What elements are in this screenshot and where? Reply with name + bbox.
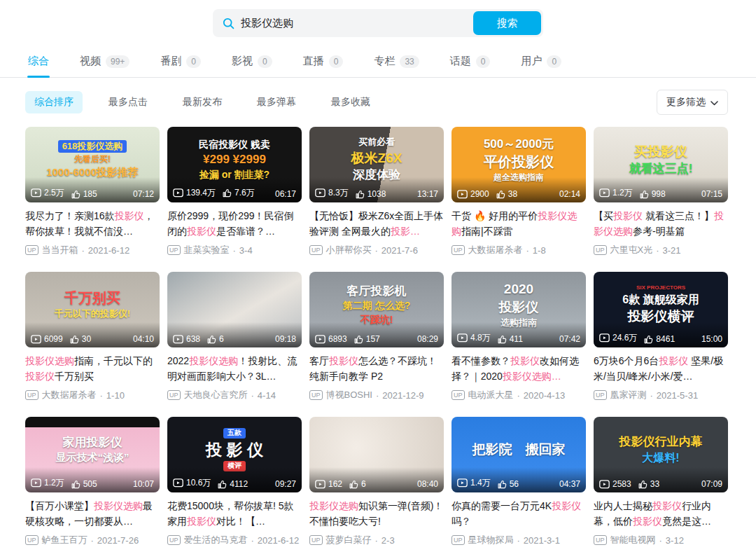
tab-综合[interactable]: 综合 xyxy=(28,46,49,77)
uploader-name: 星球物探局 xyxy=(468,534,514,546)
video-thumbnail[interactable]: 500～2000元平价投影仪超全选购指南 2900 xyxy=(451,127,586,202)
video-title[interactable]: 客厅投影仪怎么选？不踩坑！纯新手向教学 P2 xyxy=(309,353,444,384)
video-title[interactable]: 【买投影仪 就看这三点！】投影仪选购参考-明基篇 xyxy=(594,208,728,239)
tab-专栏[interactable]: 专栏33 xyxy=(374,46,419,77)
video-thumbnail[interactable]: 民宿投影仪 贱卖¥299 ¥2999捡漏 or 割韭菜? 139.4万 xyxy=(167,127,302,202)
view-count: 10.6万 xyxy=(173,477,211,489)
video-card: 民宿投影仪 贱卖¥299 ¥2999捡漏 or 割韭菜? 139.4万 xyxy=(167,127,302,256)
date-separator: · xyxy=(82,245,85,256)
uploader-line[interactable]: UP 大数据屠杀者 · 1-10 xyxy=(25,389,160,401)
more-filters-button[interactable]: 更多筛选 xyxy=(657,90,728,115)
uploader-line[interactable]: UP 鲈鱼王百万 · 2021-7-26 xyxy=(25,534,160,546)
date-separator: · xyxy=(650,390,653,401)
video-card: 千万别买千元以下的投影仪! 6099 xyxy=(25,272,160,401)
tab-视频[interactable]: 视频99+ xyxy=(80,46,130,77)
tab-用户[interactable]: 用户0 xyxy=(521,46,561,77)
video-thumbnail[interactable]: 买投影仪就看这三点! 1.2万 xyxy=(594,127,728,202)
view-count: 6893 xyxy=(315,334,347,344)
uploader-line[interactable]: UP 天地良心言究所 · 4-14 xyxy=(167,389,302,401)
uploader-line[interactable]: UP 小胖帮你买 · 2021-7-6 xyxy=(309,244,444,256)
video-title[interactable]: 投影仪选购知识第一弹(音频)！不懂怕要吃大亏! xyxy=(309,498,444,529)
uploader-line[interactable]: UP 菠萝白菜仔 · 2-3 xyxy=(309,534,444,546)
like-count: 505 xyxy=(71,479,97,489)
video-title[interactable]: 【无恰饭】极米Z6x全面上手体验评测 全网最火的投影… xyxy=(309,208,444,239)
filter-最多点击[interactable]: 最多点击 xyxy=(99,91,157,113)
video-title[interactable]: 2022投影仪选购！投射比、流明对画面影响大小？3L… xyxy=(167,353,302,384)
view-count: 6099 xyxy=(31,334,63,344)
uploader-name: 韭菜实验室 xyxy=(184,244,230,256)
video-thumbnail[interactable]: 千万别买千元以下的投影仪! 6099 xyxy=(25,272,160,347)
uploader-line[interactable]: UP 韭菜实验室 · 3-4 xyxy=(167,244,302,256)
thumbnail-stats: 6099 30 04:10 xyxy=(25,322,160,347)
video-thumbnail[interactable]: 把影院 搬回家 1.4万 xyxy=(451,417,586,492)
like-count: 6 xyxy=(207,334,224,344)
uploader-line[interactable]: UP 凰家评测 · 2021-5-31 xyxy=(594,389,728,401)
thumbs-up-icon xyxy=(349,480,358,489)
play-icon xyxy=(599,333,610,343)
filter-综合排序[interactable]: 综合排序 xyxy=(25,91,83,113)
date-separator: · xyxy=(251,390,254,401)
uploader-line[interactable]: UP 博视BOSHI · 2021-12-9 xyxy=(309,389,444,401)
search-button[interactable]: 搜索 xyxy=(473,11,541,35)
video-thumbnail[interactable]: 五款投 影 仪横评 10.6万 xyxy=(167,417,302,492)
video-thumbnail[interactable]: 2020投影仪选购指南 4.8万 xyxy=(451,272,586,347)
filter-最多收藏[interactable]: 最多收藏 xyxy=(322,91,379,113)
tab-话题[interactable]: 话题0 xyxy=(450,46,491,77)
video-duration: 08:29 xyxy=(417,334,438,344)
video-title[interactable]: 投影仪选购指南，千元以下的投影仪千万别买 xyxy=(25,353,160,384)
video-title[interactable]: 我尽力了！亲测16款投影仪，帮你拔草！我就不信没… xyxy=(25,208,160,239)
video-title[interactable]: 看不懂参数？投影仪改如何选择？｜2020投影仪选购… xyxy=(451,353,586,384)
search-input[interactable] xyxy=(241,18,469,29)
view-count: 24.6万 xyxy=(599,332,637,344)
date-separator: · xyxy=(375,535,378,546)
thumbnail-stats: 638 6 09:18 xyxy=(167,322,302,347)
video-thumbnail[interactable]: 162 6 08:40 xyxy=(309,417,444,492)
video-thumbnail[interactable]: 客厅投影机第二期 怎么选?不踩坑! 6893 xyxy=(309,272,444,347)
video-card: 618投影仪选购先看后买!1000-6000投影推荐 2.5万 xyxy=(25,127,160,256)
uploader-line[interactable]: UP 六里屯X光 · 3-21 xyxy=(594,244,728,256)
up-icon: UP xyxy=(167,245,181,255)
uploader-line[interactable]: UP 智能电视网 · 3-12 xyxy=(594,534,728,546)
uploader-line[interactable]: UP 爱生活的马克君 · 2021-6-12 xyxy=(167,534,302,546)
up-icon: UP xyxy=(25,535,38,545)
uploader-line[interactable]: UP 大数据屠杀者 · 1-8 xyxy=(451,244,586,256)
filter-最多弹幕[interactable]: 最多弹幕 xyxy=(248,91,305,113)
video-thumbnail[interactable]: SIX PROJECTORS6款 旗舰级家用投影仪横评 24.6万 xyxy=(594,272,728,347)
tab-count-badge: 33 xyxy=(400,55,419,68)
video-thumbnail[interactable]: 638 6 09:18 xyxy=(167,272,302,347)
uploader-name: 爱生活的马克君 xyxy=(184,534,248,546)
search-bar[interactable]: 搜索 xyxy=(213,9,543,37)
chevron-down-icon xyxy=(710,97,718,108)
tab-番剧[interactable]: 番剧0 xyxy=(160,46,201,77)
video-title[interactable]: 花费15000块，帮你拔草! 5款家用投影仪对比！【… xyxy=(167,498,302,529)
video-title[interactable]: 6万块6个月6台投影仪 坚果/极米/当贝/峰米/小米/爱… xyxy=(594,353,728,384)
video-card: SIX PROJECTORS6款 旗舰级家用投影仪横评 24.6万 xyxy=(594,272,728,401)
video-thumbnail[interactable]: 618投影仪选购先看后买!1000-6000投影推荐 2.5万 xyxy=(25,127,160,202)
video-thumbnail[interactable]: 投影仪行业内幕大爆料! 2583 xyxy=(594,417,728,492)
tab-直播[interactable]: 直播0 xyxy=(303,46,344,77)
search-icon xyxy=(223,18,234,29)
video-title[interactable]: 【百万小课堂】投影仪选购最硬核攻略，一切都要从… xyxy=(25,498,160,529)
video-thumbnail[interactable]: 买前必看极米Z6X深度体验 8.3万 xyxy=(309,127,444,202)
video-duration: 07:42 xyxy=(559,334,580,344)
video-title[interactable]: 你真的需要一台万元4K投影仪吗？ xyxy=(451,498,586,529)
video-card: 162 6 08:40 投影仪选购知识第一弹(音频)！不懂怕要吃大亏! UP 菠… xyxy=(309,417,444,546)
date-separator: · xyxy=(659,535,662,546)
filter-最新发布[interactable]: 最新发布 xyxy=(174,91,231,113)
tab-count-badge: 0 xyxy=(476,55,491,68)
like-count: 33 xyxy=(638,479,659,489)
upload-date: 3-12 xyxy=(666,535,684,546)
video-thumbnail[interactable]: 家用投影仪显示技术“浅谈” 1.2万 xyxy=(25,417,160,492)
uploader-line[interactable]: UP 星球物探局 · 2021-3-1 xyxy=(451,534,586,546)
uploader-line[interactable]: UP 电动派大星 · 2020-4-13 xyxy=(451,389,586,401)
video-title[interactable]: 干货 🔥 好用的平价投影仪选购指南|不踩雷 xyxy=(451,208,586,239)
upload-date: 2-3 xyxy=(382,535,395,546)
video-title[interactable]: 业内人士揭秘投影仪行业内幕，低价投影仪竟然是这… xyxy=(594,498,728,529)
video-duration: 13:17 xyxy=(417,189,438,199)
uploader-line[interactable]: UP 当当开箱 · 2021-6-12 xyxy=(25,244,160,256)
tab-count-badge: 0 xyxy=(547,55,561,68)
video-title[interactable]: 原价2999，现价299！民宿倒闭的投影仪是否靠谱？… xyxy=(167,208,302,239)
play-icon xyxy=(599,480,610,489)
like-count: 157 xyxy=(354,334,380,344)
tab-影视[interactable]: 影视0 xyxy=(232,46,272,77)
